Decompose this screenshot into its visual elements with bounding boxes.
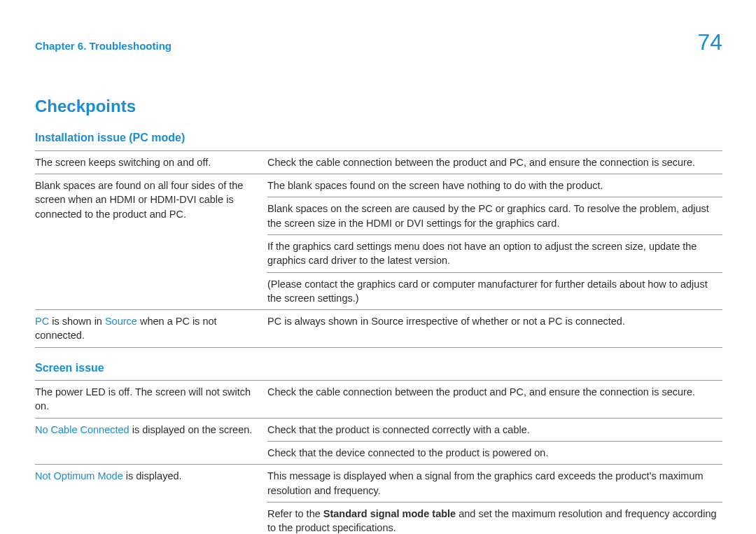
page-number: 74: [697, 27, 722, 58]
solution-cell: Check that the product is connected corr…: [267, 418, 722, 441]
solution-cell: If the graphics card settings menu does …: [267, 234, 722, 272]
solution-cell: Blank spaces on the screen are caused by…: [267, 197, 722, 235]
issue-cell: Not Optimum Mode is displayed.: [35, 465, 267, 534]
chapter-label: Chapter 6. Troubleshooting: [35, 38, 172, 53]
section-title: Installation issue (PC mode): [35, 130, 722, 146]
issue-cell: The screen keeps switching on and off.: [35, 150, 267, 174]
solution-cell: (Please contact the graphics card or com…: [267, 272, 722, 310]
issue-cell: PC is shown in Source when a PC is not c…: [35, 310, 267, 348]
section-title: Screen issue: [35, 360, 722, 376]
issue-cell: No Cable Connected is displayed on the s…: [35, 418, 267, 465]
solution-cell: Refer to the Standard signal mode table …: [267, 502, 722, 534]
solution-cell: Check the cable connection between the p…: [267, 381, 722, 419]
issue-cell: Blank spaces are found on all four sides…: [35, 174, 267, 310]
solution-cell: Check that the device connected to the p…: [267, 442, 722, 465]
issue-cell: The power LED is off. The screen will no…: [35, 381, 267, 419]
solution-cell: This message is displayed when a signal …: [267, 465, 722, 503]
solution-cell: Check the cable connection between the p…: [267, 150, 722, 174]
solution-cell: PC is always shown in Source irrespectiv…: [267, 310, 722, 348]
page-title: Checkpoints: [35, 94, 722, 118]
solution-cell: The blank spaces found on the screen hav…: [267, 174, 722, 197]
